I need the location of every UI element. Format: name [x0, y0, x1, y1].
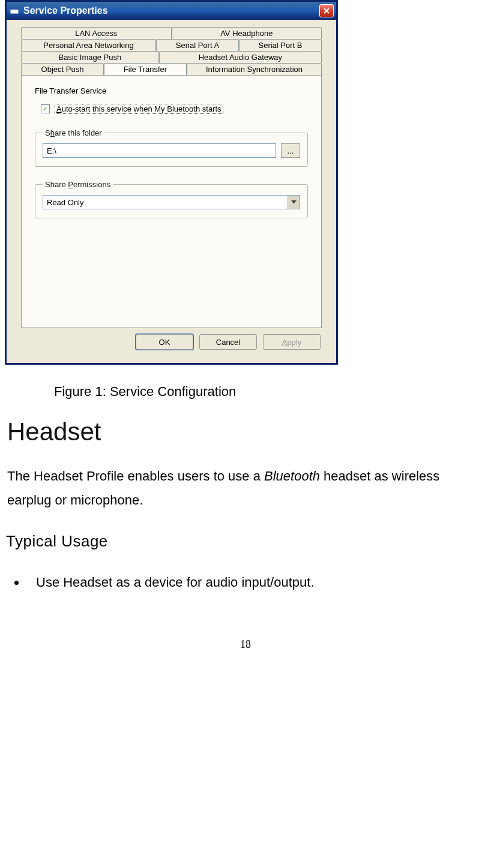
tab-panel: File Transfer Service ✓ Auto-start this … — [21, 75, 322, 328]
tab-lan-access[interactable]: LAN Access — [21, 27, 172, 39]
share-folder-legend: Share this folder — [43, 128, 104, 137]
cancel-button[interactable]: Cancel — [199, 334, 257, 350]
permissions-value: Read Only — [43, 196, 288, 209]
tab-pan[interactable]: Personal Area Networking — [21, 39, 156, 51]
tab-image-push[interactable]: Basic Image Push — [21, 51, 159, 63]
heading-typical-usage: Typical Usage — [6, 532, 486, 551]
tab-file-transfer[interactable]: File Transfer — [104, 63, 187, 75]
list-item: Use Headset as a device for audio input/… — [26, 575, 486, 590]
dialog-buttons: OK Cancel Apply — [11, 328, 331, 358]
window-title: Service Properties — [23, 5, 319, 16]
apply-button: Apply — [263, 334, 321, 350]
browse-button[interactable]: ... — [281, 143, 300, 158]
dialog-body: LAN Access AV Headphone Personal Area Ne… — [7, 20, 336, 363]
autostart-label[interactable]: Auto-start this service when My Bluetoot… — [55, 104, 223, 114]
page-number: 18 — [5, 638, 486, 651]
tab-object-push[interactable]: Object Push — [21, 63, 104, 75]
ok-button[interactable]: OK — [136, 334, 193, 350]
svg-rect-1 — [10, 8, 19, 10]
tab-serial-a[interactable]: Serial Port A — [156, 39, 239, 51]
app-icon — [9, 5, 20, 16]
service-properties-dialog: Service Properties LAN Access AV Headpho… — [5, 0, 338, 365]
usage-list: Use Headset as a device for audio input/… — [26, 575, 486, 590]
tab-info-sync[interactable]: Information Synchronization — [187, 63, 322, 75]
tab-serial-b[interactable]: Serial Port B — [239, 39, 322, 51]
heading-headset: Headset — [7, 418, 486, 446]
paragraph-headset: The Headset Profile enables users to use… — [7, 464, 483, 512]
tabstrip: LAN Access AV Headphone Personal Area Ne… — [21, 27, 322, 75]
titlebar: Service Properties — [7, 2, 336, 20]
share-folder-group: Share this folder ... — [35, 128, 308, 167]
dropdown-arrow-icon[interactable] — [288, 196, 300, 209]
service-label: File Transfer Service — [35, 86, 308, 95]
figure-caption: Figure 1: Service Configuration — [54, 384, 486, 400]
share-permissions-group: Share Permissions Read Only — [35, 180, 308, 218]
share-folder-input[interactable] — [43, 143, 276, 158]
close-button[interactable] — [319, 4, 334, 17]
tab-headset-gateway[interactable]: Headset Audio Gateway — [159, 51, 322, 63]
permissions-select[interactable]: Read Only — [43, 195, 300, 209]
tab-av-headphone[interactable]: AV Headphone — [172, 27, 322, 39]
share-permissions-legend: Share Permissions — [43, 180, 113, 189]
autostart-checkbox[interactable]: ✓ — [41, 104, 50, 113]
